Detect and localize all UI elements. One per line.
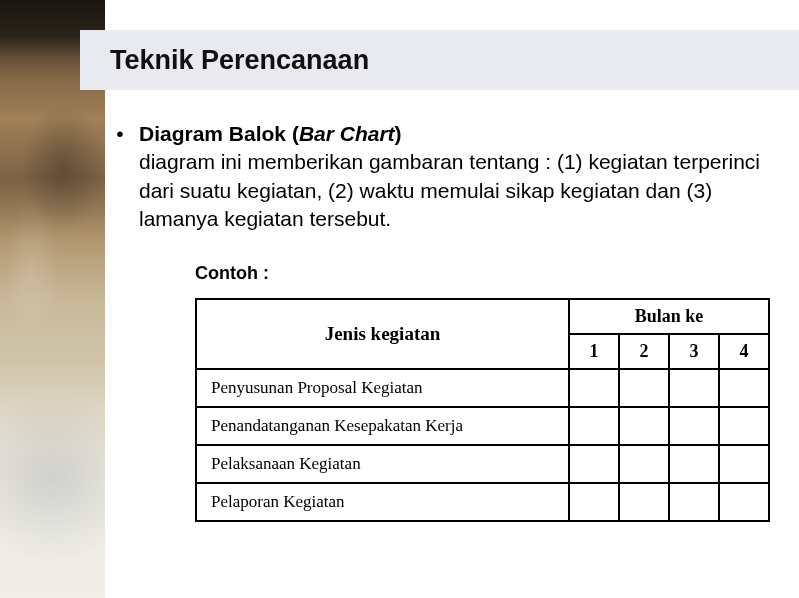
table-header-row-1: Jenis kegiatan Bulan ke bbox=[196, 299, 769, 334]
activity-cell: Penyusunan Proposal Kegiatan bbox=[196, 369, 569, 407]
cell bbox=[619, 483, 669, 521]
table-row: Pelaporan Kegiatan bbox=[196, 483, 769, 521]
cell bbox=[719, 445, 769, 483]
header-activity: Jenis kegiatan bbox=[196, 299, 569, 369]
bullet-body: diagram ini memberikan gambaran tentang … bbox=[139, 150, 760, 230]
bullet-item: • Diagram Balok (Bar Chart) diagram ini … bbox=[115, 120, 779, 233]
slide-content: • Diagram Balok (Bar Chart) diagram ini … bbox=[105, 120, 779, 578]
cell bbox=[669, 369, 719, 407]
bullet-heading-italic: Bar Chart bbox=[299, 122, 395, 145]
cell bbox=[619, 407, 669, 445]
cell bbox=[719, 369, 769, 407]
month-col-4: 4 bbox=[719, 334, 769, 369]
activity-cell: Pelaksanaan Kegiatan bbox=[196, 445, 569, 483]
cell bbox=[719, 407, 769, 445]
bullet-text: Diagram Balok (Bar Chart) diagram ini me… bbox=[139, 120, 779, 233]
cell bbox=[619, 369, 669, 407]
table-row: Pelaksanaan Kegiatan bbox=[196, 445, 769, 483]
activity-cell: Penandatanganan Kesepakatan Kerja bbox=[196, 407, 569, 445]
bullet-heading: Diagram Balok (Bar Chart) bbox=[139, 122, 402, 145]
header-month: Bulan ke bbox=[569, 299, 769, 334]
activity-cell: Pelaporan Kegiatan bbox=[196, 483, 569, 521]
cell bbox=[569, 407, 619, 445]
cell bbox=[569, 445, 619, 483]
month-col-1: 1 bbox=[569, 334, 619, 369]
month-col-3: 3 bbox=[669, 334, 719, 369]
cell bbox=[669, 483, 719, 521]
title-bar: Teknik Perencanaan bbox=[80, 30, 799, 90]
bullet-heading-pre: Diagram Balok ( bbox=[139, 122, 299, 145]
month-col-2: 2 bbox=[619, 334, 669, 369]
table-row: Penandatanganan Kesepakatan Kerja bbox=[196, 407, 769, 445]
slide-title: Teknik Perencanaan bbox=[110, 45, 369, 76]
cell bbox=[669, 407, 719, 445]
bullet-mark: • bbox=[115, 120, 125, 233]
gantt-table: Jenis kegiatan Bulan ke 1 2 3 4 Penyusun… bbox=[195, 298, 770, 522]
cell bbox=[669, 445, 719, 483]
bullet-heading-post: ) bbox=[395, 122, 402, 145]
cell bbox=[569, 483, 619, 521]
cell bbox=[569, 369, 619, 407]
cell bbox=[619, 445, 669, 483]
cell bbox=[719, 483, 769, 521]
table-row: Penyusunan Proposal Kegiatan bbox=[196, 369, 769, 407]
example-label: Contoh : bbox=[195, 263, 779, 284]
